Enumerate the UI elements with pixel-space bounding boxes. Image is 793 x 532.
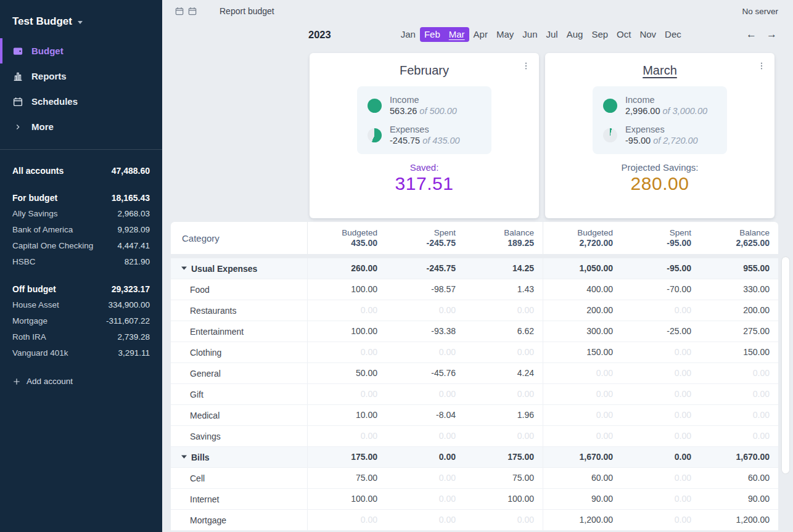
balance-cell[interactable]: 6.62 [464,321,543,342]
balance-cell[interactable]: 0.00 [464,426,543,446]
spent-cell[interactable]: -70.00 [622,279,700,300]
card-menu-icon[interactable] [521,61,531,71]
next-month-arrow-icon[interactable]: → [766,28,777,41]
sidebar-account-item[interactable]: Mortgage-311,607.22 [12,313,150,329]
category-name-cell[interactable]: Medical [171,405,307,425]
budgeted-cell[interactable]: 75.00 [308,468,386,488]
card-summary-panel[interactable]: Income2,996.00of 3,000.00Expenses-95.00o… [593,86,727,154]
balance-cell[interactable]: 330.00 [700,279,778,300]
balance-cell[interactable]: 1.43 [464,279,543,300]
month-tab-oct[interactable]: Oct [612,27,635,42]
previous-month-arrow-icon[interactable]: ← [746,28,757,41]
category-name-cell[interactable]: Mortgage [171,510,307,530]
budgeted-cell[interactable]: 0.00 [543,384,622,404]
sidebar-account-item[interactable]: Bank of America9,928.09 [12,222,150,238]
balance-cell[interactable]: 955.00 [700,258,778,279]
balance-cell[interactable]: 1.96 [464,405,543,425]
category-name-cell[interactable]: Entertainment [171,321,307,342]
spent-cell[interactable]: 0.00 [622,405,700,425]
month-tab-sep[interactable]: Sep [587,27,612,42]
month-tab-nov[interactable]: Nov [635,27,660,42]
budgeted-cell[interactable]: 400.00 [543,279,622,300]
sidebar-account-item[interactable]: HSBC821.90 [12,254,150,270]
spent-cell[interactable]: 0.00 [386,384,464,404]
spent-cell[interactable]: 0.00 [622,510,700,530]
spent-cell[interactable]: -98.57 [386,279,464,300]
balance-cell[interactable]: 0.00 [464,384,543,404]
budgeted-cell[interactable]: 0.00 [308,342,386,362]
balance-cell[interactable]: 1,200.00 [700,510,778,530]
balance-cell[interactable]: 14.25 [464,258,543,279]
category-name-cell[interactable]: Food [171,279,307,300]
balance-cell[interactable]: 0.00 [700,405,778,425]
spent-cell[interactable]: 0.00 [622,342,700,362]
budgeted-cell[interactable]: 200.00 [543,300,622,321]
balance-cell[interactable]: 175.00 [464,447,543,467]
month-tab-jun[interactable]: Jun [518,27,541,42]
balance-cell[interactable]: 90.00 [700,489,778,509]
spent-cell[interactable]: 0.00 [386,510,464,530]
balance-cell[interactable]: 100.00 [464,489,543,509]
category-name-cell[interactable]: Clothing [171,342,307,362]
savings-amount[interactable]: 280.00 [545,173,775,194]
balance-cell[interactable]: 75.00 [464,468,543,488]
budgeted-column-header[interactable]: Budgeted435.00 [308,222,386,254]
month-tab-aug[interactable]: Aug [562,27,588,42]
budgeted-cell[interactable]: 300.00 [543,321,622,342]
budgeted-cell[interactable]: 100.00 [308,489,386,509]
spent-cell[interactable]: 0.00 [386,426,464,446]
category-name-cell[interactable]: Bills [171,447,307,467]
category-name-cell[interactable]: Restaurants [171,300,307,321]
savings-amount[interactable]: 317.51 [310,173,539,194]
balance-cell[interactable]: 0.00 [464,510,543,530]
budgeted-cell[interactable]: 150.00 [543,342,622,362]
budgeted-cell[interactable]: 0.00 [543,405,622,425]
spent-cell[interactable]: -95.00 [622,258,700,279]
budgeted-cell[interactable]: 260.00 [308,258,386,279]
scrollbar-thumb[interactable] [782,257,789,473]
spent-cell[interactable]: 0.00 [622,363,700,383]
spent-cell[interactable]: 0.00 [386,342,464,362]
category-name-cell[interactable]: Internet [171,489,307,509]
budgeted-cell[interactable]: 1,200.00 [543,510,622,530]
spent-cell[interactable]: 0.00 [622,426,700,446]
balance-cell[interactable]: 4.24 [464,363,543,383]
budgeted-cell[interactable]: 1,050.00 [543,258,622,279]
budgeted-cell[interactable]: 1,670.00 [543,447,622,467]
category-name-cell[interactable]: Usual Expenses [171,258,307,279]
server-status[interactable]: No server [742,7,778,16]
sidebar-item-reports[interactable]: Reports [0,63,162,89]
spent-cell[interactable]: 0.00 [386,300,464,321]
category-name-cell[interactable]: Savings [171,426,307,446]
sidebar-item-schedules[interactable]: Schedules [0,89,162,114]
month-tab-may[interactable]: May [492,27,518,42]
month-tab-apr[interactable]: Apr [469,27,492,42]
spent-cell[interactable]: 0.00 [622,384,700,404]
budgeted-cell[interactable]: 0.00 [308,510,386,530]
sidebar-account-item[interactable]: Roth IRA2,739.28 [12,329,150,345]
budgeted-cell[interactable]: 0.00 [308,426,386,446]
budgeted-cell[interactable]: 60.00 [543,468,622,488]
month-tab-dec[interactable]: Dec [660,27,686,42]
collapse-triangle-icon[interactable] [181,266,187,270]
sidebar-account-item[interactable]: House Asset334,900.00 [12,297,150,313]
month-tab-jan[interactable]: Jan [396,27,420,42]
one-month-view-calendar-icon[interactable] [175,6,184,16]
spent-cell[interactable]: -8.04 [386,405,464,425]
budgeted-cell[interactable]: 50.00 [308,363,386,383]
balance-cell[interactable]: 0.00 [700,363,778,383]
budget-switcher[interactable]: Test Budget [0,0,162,30]
sidebar-account-item[interactable]: Capital One Checking4,447.41 [12,238,150,254]
add-account-button[interactable]: Add account [12,377,150,386]
budgeted-cell[interactable]: 100.00 [308,321,386,342]
spent-cell[interactable]: -45.76 [386,363,464,383]
balance-cell[interactable]: 60.00 [700,468,778,488]
balance-cell[interactable]: 275.00 [700,321,778,342]
month-tab-jul[interactable]: Jul [541,27,562,42]
budgeted-column-header[interactable]: Budgeted2,720.00 [543,222,622,254]
spent-cell[interactable]: -245.75 [386,258,464,279]
spent-cell[interactable]: -25.00 [622,321,700,342]
spent-cell[interactable]: 0.00 [622,468,700,488]
budgeted-cell[interactable]: 0.00 [543,426,622,446]
budgeted-cell[interactable]: 0.00 [308,384,386,404]
